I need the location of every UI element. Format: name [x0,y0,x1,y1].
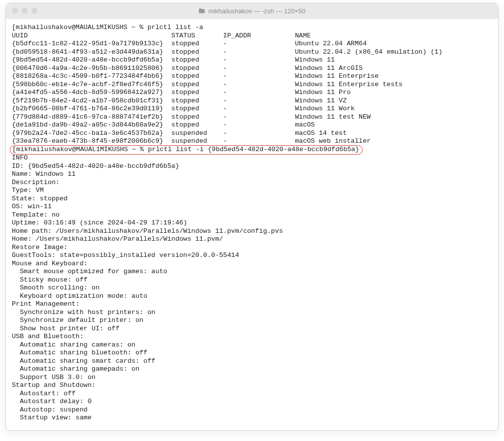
highlighted-command: [mikhailushakov@MAUAL1MIKUSHS ~ % prlctl… [10,145,363,155]
terminal-line: Restore Image: [12,244,492,252]
terminal-line: Automatic sharing bluetooth: off [12,349,492,357]
terminal-line: Support USB 3.0: on [12,374,492,382]
terminal-line: {bd059518-8641-4f93-a512-e3d449da631a} s… [12,48,492,57]
terminal-line: {33ea7876-eaeb-473b-8f45-e98f2006b6c9} s… [12,137,492,146]
terminal-line: {598bb60c-eb1e-4c7e-acbf-2f8ed7fc46f5} s… [12,81,492,89]
terminal-line: {9bd5ed54-482d-4020-a48e-bccb9dfd6b5a} s… [12,56,492,64]
terminal-line: USB and Bluetooth: [12,333,492,341]
terminal-line: Keyboard optimization mode: auto [12,292,492,301]
terminal-line: Smart mouse optimized for games: auto [12,268,492,276]
terminal-line: Automatic sharing smart cards: off [12,357,492,366]
terminal-line: {5f219b7b-84e2-4cd2-a1b7-058cdb01cf31} s… [12,97,492,105]
terminal-line: Type: VM [12,187,492,195]
terminal-line: Startup and Shutdown: [12,381,492,390]
title: mikhailushakov — -zsh — 120×50 [6,7,498,15]
terminal-line: Autostart: off [12,390,492,398]
terminal-line: Name: Windows 11 [12,170,492,179]
terminal-line: {b5dfcc11-1c82-4122-95d1-9a7179b9133c} s… [12,40,492,48]
terminal-line: Sticky mouse: off [12,276,492,284]
terminal-line: {de1a91bd-da9b-49a2-a05c-3d844b68a9e2} s… [12,121,492,129]
terminal-line: State: stopped [12,195,492,203]
close-dot[interactable] [12,8,18,14]
terminal-line: {779d884d-d889-41c6-97ca-88874741ef2b} s… [12,113,492,122]
terminal-line: INFO [12,154,492,162]
terminal-line: GuestTools: state=possibly_installed ver… [12,252,492,260]
zoom-dot[interactable] [32,8,37,14]
terminal-line: Uptime: 03:16:49 (since 2024-04-29 17:19… [12,219,492,227]
terminal-line: Mouse and Keyboard: [12,260,492,268]
terminal-line: {979b2a24-7de2-45cc-ba1a-3e6c4537b62a} s… [12,129,492,138]
terminal-line: Automatic sharing cameras: on [12,341,492,349]
terminal-line: ID: {9bd5ed54-482d-4020-a48e-bccb9dfd6b5… [12,162,492,171]
terminal-line: Smooth scrolling: on [12,284,492,292]
terminal-line: {a41e4fd5-a556-4dcb-8d59-59968412a927} s… [12,89,492,97]
terminal-line: Show host printer UI: off [12,325,492,333]
terminal-line: {8818268a-4c3c-4509-b0f1-7723484f4bb6} s… [12,72,492,81]
traffic-lights [12,8,37,14]
terminal-line: Autostop: suspend [12,406,492,414]
terminal-line: Description: [12,179,492,187]
titlebar: mikhailushakov — -zsh — 120×50 [6,3,498,19]
terminal-line: OS: win-11 [12,203,492,211]
window-title: mikhailushakov — -zsh — 120×50 [208,7,306,15]
terminal-line: [mikhailushakov@MAUAL1MIKUSHS ~ % prlctl… [12,24,492,32]
terminal-line: Synchronize default printer: on [12,316,492,325]
terminal-line: Autostart delay: 0 [12,398,492,406]
minimize-dot[interactable] [22,8,28,14]
terminal-line: Automatic sharing gamepads: on [12,365,492,374]
terminal-line: Home path: /Users/mikhailushakov/Paralle… [12,227,492,236]
terminal-line-highlighted: [mikhailushakov@MAUAL1MIKUSHS ~ % prlctl… [12,146,492,155]
terminal-line: {006470d6-4a9a-4c2e-9b5b-b86911025806} s… [12,64,492,73]
terminal-line: Home: /Users/mikhailushakov/Parallels/Wi… [12,235,492,244]
terminal-line: UUID STATUS IP_ADDR NAME [12,32,492,40]
terminal-line: {b2bf0665-08bf-4761-b764-86c2e39d0119} s… [12,105,492,113]
folder-icon [198,7,205,14]
terminal-window: mikhailushakov — -zsh — 120×50 [mikhailu… [5,3,499,431]
terminal-line: Synchronize with host printers: on [12,309,492,317]
terminal-line: Print Management: [12,300,492,309]
terminal-line: Startup view: same [12,414,492,422]
terminal-output[interactable]: [mikhailushakov@MAUAL1MIKUSHS ~ % prlctl… [6,19,498,430]
terminal-line: Template: no [12,211,492,220]
